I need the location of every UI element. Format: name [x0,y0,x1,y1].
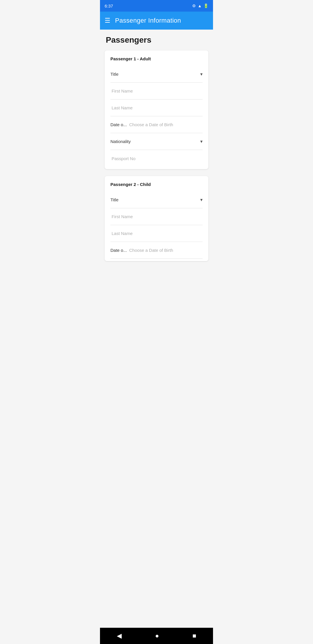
passenger-1-label: Passenger 1 - Adult [110,56,203,61]
app-bar: ☰ Passenger Information [100,12,213,30]
passenger-2-lastname-row [110,225,203,242]
passenger-1-firstname-input[interactable] [110,88,203,93]
passenger-1-nationality-dropdown[interactable]: Nationality ▾ [110,133,203,150]
passenger-2-dob-row[interactable]: Date o... Choose a Date of Birth [110,242,203,259]
passenger-1-lastname-row [110,100,203,116]
passenger-1-firstname-row [110,83,203,100]
passenger-1-dob-label: Date o... [110,122,127,127]
home-button[interactable]: ● [149,630,165,642]
passenger-1-title-chevron-icon: ▾ [200,71,203,77]
passenger-1-nationality-chevron-icon: ▾ [200,139,203,144]
passenger-2-title-dropdown[interactable]: Title ▾ [110,191,203,208]
passenger-1-title-label: Title [110,72,200,77]
passenger-1-dob-placeholder: Choose a Date of Birth [129,122,173,127]
status-time: 6:37 [105,3,113,8]
passenger-1-passport-input[interactable] [110,156,203,161]
battery-icon: 🔋 [203,3,208,8]
passenger-1-nationality-label: Nationality [110,139,200,144]
passenger-2-title-chevron-icon: ▾ [200,197,203,202]
passenger-2-card: Passenger 2 - Child Title ▾ Date o... Ch… [105,176,208,261]
back-button[interactable]: ◀ [111,630,128,642]
passengers-title: Passengers [105,35,208,45]
passenger-1-lastname-input[interactable] [110,105,203,110]
main-content: Passengers Passenger 1 - Adult Title ▾ D… [100,30,213,644]
passenger-2-lastname-input[interactable] [110,231,203,236]
passenger-2-firstname-row [110,208,203,225]
passenger-1-passport-row [110,150,203,167]
passenger-1-dob-row[interactable]: Date o... Choose a Date of Birth [110,116,203,133]
signal-icon: ▲ [198,3,202,8]
passenger-1-card: Passenger 1 - Adult Title ▾ Date o... Ch… [105,50,208,169]
menu-icon[interactable]: ☰ [105,17,110,24]
passenger-2-dob-placeholder: Choose a Date of Birth [129,248,173,253]
passenger-2-dob-label: Date o... [110,248,127,253]
status-icons: ⚙ ▲ 🔋 [192,3,208,8]
passenger-2-title-label: Title [110,197,200,202]
bottom-nav: ◀ ● ■ [100,628,213,644]
settings-icon: ⚙ [192,3,196,8]
passenger-2-firstname-input[interactable] [110,214,203,219]
passenger-1-title-dropdown[interactable]: Title ▾ [110,66,203,83]
passenger-2-label: Passenger 2 - Child [110,182,203,187]
app-bar-title: Passenger Information [115,17,181,24]
status-bar: 6:37 ⚙ ▲ 🔋 [100,0,213,12]
recent-button[interactable]: ■ [187,630,202,642]
